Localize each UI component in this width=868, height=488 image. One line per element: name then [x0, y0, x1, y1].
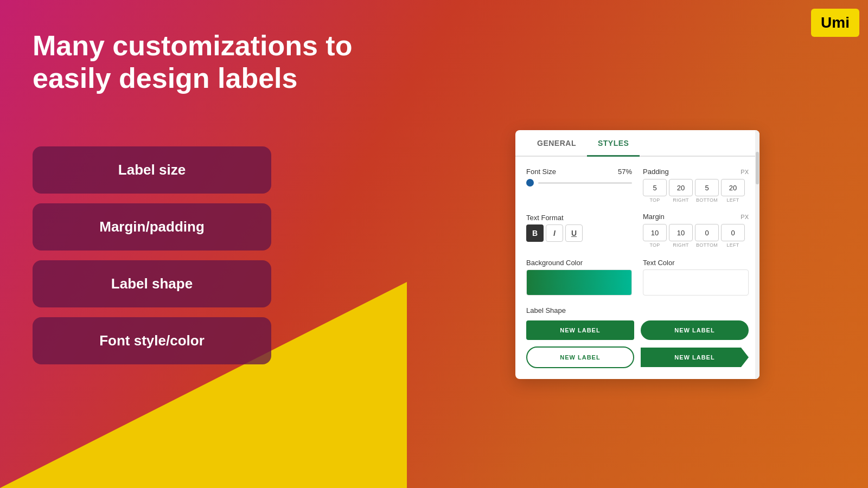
font-size-label: Font Size [526, 168, 556, 176]
padding-label: Padding [643, 168, 669, 176]
row-colors: Background Color Text Color [526, 258, 749, 296]
bold-button[interactable]: B [526, 224, 544, 242]
padding-top-input[interactable]: 5 [643, 179, 667, 196]
label-shape-grid: NEW LABEL NEW LABEL NEW LABEL NEW LABEL [526, 320, 749, 368]
text-color-picker[interactable] [643, 269, 749, 296]
row-text-format-margin: Text Format B I U Margin PX 10 10 [526, 213, 749, 248]
title-line2: easily design labels [33, 62, 297, 94]
shape-button-square[interactable]: NEW LABEL [526, 320, 634, 340]
main-title: Many customizations to easily design lab… [33, 30, 352, 95]
text-color-label: Text Color [643, 259, 675, 267]
margin-label: Margin [643, 213, 665, 221]
margin-top-input[interactable]: 10 [643, 224, 667, 241]
label-shape-section: Label Shape NEW LABEL NEW LABEL NEW LABE… [526, 305, 749, 368]
margin-inputs: 10 10 0 0 [643, 224, 749, 241]
feature-cards-list: Label size Margin/padding Label shape Fo… [33, 146, 271, 364]
margin-left-label: LEFT [721, 242, 745, 248]
underline-button[interactable]: U [565, 224, 583, 242]
shape-button-cut[interactable]: NEW LABEL [641, 348, 749, 367]
padding-inputs: 5 20 5 20 [643, 179, 749, 196]
margin-unit: PX [741, 214, 749, 220]
text-format-col: Text Format B I U [526, 213, 632, 248]
margin-left-input[interactable]: 0 [721, 224, 745, 241]
shape-button-rounded[interactable]: NEW LABEL [641, 320, 749, 340]
bg-color-picker[interactable] [526, 269, 632, 296]
bg-color-label: Background Color [526, 259, 583, 267]
slider-track [538, 182, 632, 184]
slider-handle[interactable] [526, 179, 534, 187]
shape-button-pill-outline[interactable]: NEW LABEL [526, 346, 634, 368]
font-size-slider[interactable] [526, 179, 632, 187]
padding-unit: PX [741, 169, 749, 175]
shape-item-cut: NEW LABEL [641, 346, 749, 368]
padding-right-label: RIGHT [669, 197, 693, 203]
margin-right-label: RIGHT [669, 242, 693, 248]
feature-card-font-style-color[interactable]: Font style/color [33, 317, 271, 364]
tab-general[interactable]: GENERAL [526, 130, 587, 157]
label-shape-label: Label Shape [526, 306, 566, 314]
bg-color-col: Background Color [526, 258, 632, 296]
shape-item-pill-outline: NEW LABEL [526, 346, 634, 368]
font-size-col: Font Size 57% [526, 168, 632, 203]
umi-logo: Umi [811, 9, 859, 37]
panel-body: Font Size 57% Padding PX 5 [515, 157, 760, 379]
padding-right-input[interactable]: 20 [669, 179, 693, 196]
feature-card-label-shape[interactable]: Label shape [33, 260, 271, 307]
margin-top-label: TOP [643, 242, 667, 248]
padding-left-input[interactable]: 20 [721, 179, 745, 196]
format-buttons: B I U [526, 224, 632, 242]
feature-card-label-size[interactable]: Label size [33, 146, 271, 194]
feature-card-margin-padding[interactable]: Margin/padding [33, 203, 271, 251]
text-format-label: Text Format [526, 214, 564, 222]
italic-button[interactable]: I [546, 224, 563, 242]
margin-bottom-label: BOTTOM [695, 242, 719, 248]
margin-sub-labels: TOP RIGHT BOTTOM LEFT [643, 242, 749, 248]
padding-col: Padding PX 5 20 5 20 TOP RIGHT BOTTOM LE… [643, 168, 749, 203]
panel-content: GENERAL STYLES Font Size 57% [515, 130, 760, 379]
padding-sub-labels: TOP RIGHT BOTTOM LEFT [643, 197, 749, 203]
padding-left-label: LEFT [721, 197, 745, 203]
shape-item-rounded: NEW LABEL [641, 320, 749, 340]
margin-col: Margin PX 10 10 0 0 TOP RIGHT BOTTOM LEF… [643, 213, 749, 248]
padding-bottom-input[interactable]: 5 [695, 179, 719, 196]
title-line1: Many customizations to [33, 30, 352, 61]
padding-top-label: TOP [643, 197, 667, 203]
scroll-thumb [756, 152, 759, 184]
shape-item-square: NEW LABEL [526, 320, 634, 340]
scrollbar[interactable] [755, 130, 760, 379]
row-font-size-padding: Font Size 57% Padding PX 5 [526, 168, 749, 203]
settings-panel: GENERAL STYLES Font Size 57% [515, 130, 760, 379]
margin-right-input[interactable]: 10 [669, 224, 693, 241]
padding-bottom-label: BOTTOM [695, 197, 719, 203]
panel-tabs: GENERAL STYLES [515, 130, 760, 157]
margin-bottom-input[interactable]: 0 [695, 224, 719, 241]
text-color-col: Text Color [643, 258, 749, 296]
tab-styles[interactable]: STYLES [587, 130, 640, 157]
font-size-value: 57% [618, 168, 632, 176]
